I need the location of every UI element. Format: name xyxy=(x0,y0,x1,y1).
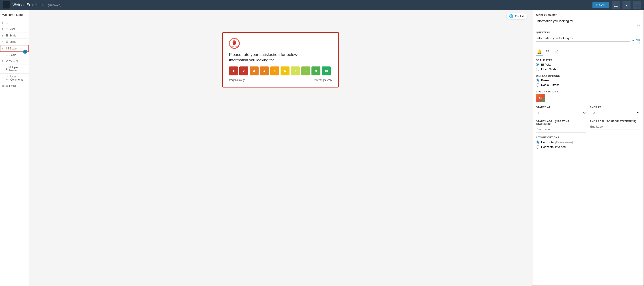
survey-subtitle: Please rate your satisfaction for below- xyxy=(229,52,332,57)
row-num-4: 4 xyxy=(2,40,5,43)
boxes-option[interactable]: Boxes xyxy=(536,78,640,82)
label-section: START LABEL (NEGATIVE STATEMENT) END LAB… xyxy=(536,120,640,132)
horizontal-inverted-label: Horizontal Inverted xyxy=(541,145,566,149)
question-input[interactable] xyxy=(536,35,630,42)
row-num-10: 10 xyxy=(2,85,5,87)
scale-box-9[interactable]: 9 xyxy=(312,66,320,75)
save-button[interactable]: SAVE xyxy=(592,2,609,8)
scale-type-options: Bi-Polar Likert Scale xyxy=(536,63,640,71)
sidebar: Welcome Note 1 ☷ 2 ☷ NPS 3 ☷ Scale 4 ☷ S… xyxy=(0,10,29,286)
row-num-5: 5 xyxy=(2,47,6,50)
boxes-label: Boxes xyxy=(541,78,549,82)
start-label-input[interactable] xyxy=(536,126,586,132)
starts-at-group: STARTS AT 1 0 xyxy=(536,106,586,116)
scale-icon-4: ☷ xyxy=(6,40,8,43)
scale-type-label: SCALE TYPE xyxy=(536,59,640,61)
scale-label-6: Scale xyxy=(10,53,16,57)
radio-buttons-option[interactable]: Radio Buttons xyxy=(536,83,640,87)
center-preview: 🌐 English ACME Demo Please rate your sat… xyxy=(29,10,532,286)
row-num-3: 3 xyxy=(2,34,5,37)
scale-box-7[interactable]: 7 xyxy=(291,66,300,75)
add-item-button[interactable]: + xyxy=(23,50,27,54)
end-label-input[interactable] xyxy=(590,124,640,130)
tab-grid[interactable]: ☷ xyxy=(545,48,550,55)
scale-icon-5: ☷ xyxy=(6,47,9,50)
scale-box-8[interactable]: 8 xyxy=(301,66,310,75)
horizontal-radio[interactable] xyxy=(536,141,539,144)
ends-at-label: ENDS AT xyxy=(590,106,640,109)
likert-option[interactable]: Likert Scale xyxy=(536,68,640,71)
start-scale-label: Very Unlikely xyxy=(229,78,245,82)
required-star: * xyxy=(556,14,557,16)
sidebar-item-nps[interactable]: 2 ☷ NPS xyxy=(0,26,29,32)
ivr-button[interactable]: ☁ IVR xyxy=(632,38,640,42)
bipolar-option[interactable]: Bi-Polar xyxy=(536,63,640,66)
tab-doc[interactable]: 📄 xyxy=(552,48,559,55)
sidebar-item-scale-4[interactable]: 4 ☷ Scale xyxy=(0,39,29,45)
menu-button[interactable]: ≡ xyxy=(622,1,630,9)
sidebar-item-multiple[interactable]: 8 ■ Multiple Answer xyxy=(0,64,29,74)
sidebar-item-yesno[interactable]: 7 ✓ Yes / No xyxy=(0,58,29,64)
ends-at-group: ENDS AT 10 5 7 xyxy=(590,106,640,116)
nps-label: NPS xyxy=(10,28,15,31)
scale-box-3[interactable]: 3 xyxy=(250,66,258,75)
sidebar-item-email[interactable]: 10 ✉ Email xyxy=(0,83,29,89)
scale-box-5[interactable]: 5 xyxy=(270,66,279,75)
row-num-1: 1 xyxy=(2,22,5,24)
scale-labels: Very Unlikely Extremely Likely xyxy=(229,78,332,82)
end-scale-label: Extremely Likely xyxy=(312,78,332,82)
end-label-group: END LABEL (POSITIVE STATEMENT) xyxy=(590,120,640,132)
tab-bell[interactable]: 🔔 xyxy=(536,48,543,55)
scale-box-1[interactable]: 1 xyxy=(229,66,238,75)
horizontal-option[interactable]: Horizontal (Recommended) xyxy=(536,141,640,144)
scale-label-5: Scale xyxy=(10,47,16,50)
scale-box-2[interactable]: 2 xyxy=(239,66,248,75)
scale-box-6[interactable]: 6 xyxy=(280,66,290,75)
sidebar-item-scale-5[interactable]: 5 ☷ Scale + xyxy=(0,45,29,52)
nps-icon: ☷ xyxy=(6,27,8,31)
desktop-view-button[interactable]: 💻 xyxy=(612,1,620,9)
hierarchy-button[interactable]: ☷ xyxy=(633,1,641,9)
range-section: STARTS AT 1 0 ENDS AT 10 5 7 xyxy=(536,106,640,116)
ends-at-select[interactable]: 10 5 7 xyxy=(590,109,640,116)
display-name-input[interactable] xyxy=(536,18,640,24)
starts-at-select[interactable]: 1 0 xyxy=(536,109,586,116)
scale-label-4: Scale xyxy=(10,40,16,43)
row-num-7: 7 xyxy=(2,60,5,63)
row-num-6: 6 xyxy=(2,54,5,56)
radio-buttons-radio[interactable] xyxy=(536,83,539,87)
layout-options-label: LAYOUT OPTIONS xyxy=(536,136,640,139)
question-row: ☁ IVR xyxy=(536,35,640,42)
bipolar-radio[interactable] xyxy=(536,63,539,66)
language-badge[interactable]: 🌐 English xyxy=(506,13,528,19)
comments-icon: 💬 xyxy=(6,76,10,80)
end-label-header: END LABEL (POSITIVE STATEMENT) xyxy=(590,120,640,123)
yesno-icon: ✓ xyxy=(6,59,8,63)
question-label: QUESTION xyxy=(536,31,640,34)
sidebar-item-scale-3[interactable]: 3 ☷ Scale xyxy=(0,32,29,39)
multiple-label: Multiple Answer xyxy=(8,66,27,72)
email-icon: ✉ xyxy=(6,84,8,87)
svg-text:ACME Demo: ACME Demo xyxy=(230,46,238,47)
display-options-group: Boxes Radio Buttons xyxy=(536,78,640,87)
scale-box-10[interactable]: 10 xyxy=(322,66,331,75)
sidebar-item-comments[interactable]: 9 💬 User Comments xyxy=(0,74,29,83)
lang-icon: 🌐 xyxy=(509,14,514,18)
sidebar-item-welcome[interactable]: Welcome Note xyxy=(0,10,29,20)
cloud-icon: ☁ xyxy=(632,38,634,42)
right-panel: DISPLAY NAME * 27 QUESTION ☁ IVR 27 🔔 xyxy=(532,10,644,286)
scale-box-4[interactable]: 4 xyxy=(260,66,269,75)
boxes-radio[interactable] xyxy=(536,78,539,82)
horizontal-inverted-radio[interactable] xyxy=(536,145,539,149)
survey-logo: ACME Demo xyxy=(229,38,240,49)
back-button[interactable]: ← xyxy=(3,1,10,8)
start-label-header: START LABEL (NEGATIVE STATEMENT) xyxy=(536,120,586,125)
display-name-section: DISPLAY NAME * 27 xyxy=(536,14,640,27)
row-num-2: 2 xyxy=(2,28,5,31)
likert-radio[interactable] xyxy=(536,68,539,71)
color-swatch[interactable]: Aa xyxy=(536,94,545,102)
horizontal-inverted-option[interactable]: Horizontal Inverted xyxy=(536,145,640,149)
dropdown-row: STARTS AT 1 0 ENDS AT 10 5 7 xyxy=(536,106,640,116)
sidebar-item-1[interactable]: 1 ☷ xyxy=(0,20,29,26)
tab-icons: 🔔 ☷ 📄 xyxy=(536,48,640,55)
